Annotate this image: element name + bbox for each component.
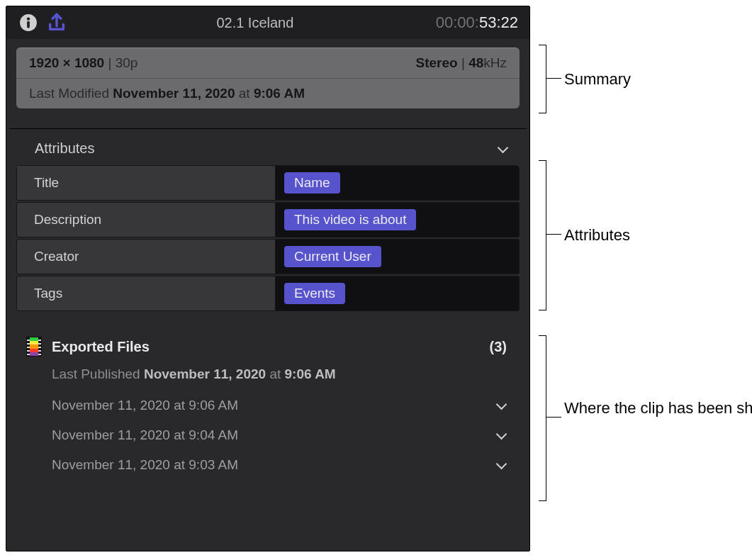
summary-card: 1920 × 1080 | 30p Stereo | 48kHz Last Mo… [16, 47, 520, 108]
attribute-value-cell[interactable]: Current User [275, 240, 519, 274]
inspector-header: 02.1 Iceland 00:00:53:22 [6, 6, 529, 39]
exported-file-row[interactable]: November 11, 2020 at 9:04 AM [16, 420, 520, 450]
summary-video-spec: 1920 × 1080 | 30p [29, 55, 138, 71]
attribute-label: Tags [17, 286, 275, 301]
attributes-heading: Attributes [35, 140, 94, 157]
callout-tick [546, 78, 561, 79]
attribute-value-cell[interactable]: This video is about [275, 203, 519, 237]
attribute-row-title: Title Name [16, 165, 520, 201]
exported-count: (3) [490, 339, 507, 355]
attribute-label: Title [17, 175, 275, 191]
attribute-token[interactable]: Name [284, 172, 340, 194]
chevron-down-icon [495, 459, 507, 471]
svg-rect-2 [27, 21, 30, 28]
exported-file-date: November 11, 2020 at 9:04 AM [52, 427, 238, 443]
summary-audio-spec: Stereo | 48kHz [415, 55, 507, 71]
attribute-row-tags: Tags Events [16, 276, 520, 311]
exported-heading: Exported Files [52, 339, 490, 355]
callout-bracket [539, 45, 546, 113]
timecode-dim: 00:00: [436, 13, 479, 31]
attribute-label: Description [17, 212, 275, 228]
summary-top-row: 1920 × 1080 | 30p Stereo | 48kHz [16, 48, 520, 78]
exported-file-row[interactable]: November 11, 2020 at 9:06 AM [16, 391, 520, 420]
attribute-token[interactable]: Events [284, 283, 345, 304]
attributes-heading-row[interactable]: Attributes [6, 129, 529, 165]
info-tab-icon[interactable] [18, 12, 39, 33]
callout-tick [546, 234, 561, 235]
film-strip-icon [26, 337, 42, 357]
share-tab-icon[interactable] [46, 12, 67, 33]
chevron-down-icon [495, 400, 507, 411]
chevron-down-icon [497, 143, 508, 155]
clip-title: 02.1 Iceland [74, 15, 436, 31]
share-inspector-panel: 02.1 Iceland 00:00:53:22 1920 × 1080 | 3… [6, 6, 530, 551]
callout-label-summary: Summary [564, 69, 631, 90]
attribute-value-cell[interactable]: Events [275, 276, 519, 310]
exported-file-row[interactable]: November 11, 2020 at 9:03 AM [16, 450, 520, 480]
attribute-row-creator: Creator Current User [16, 239, 520, 274]
callout-tick [546, 417, 561, 418]
attribute-label: Creator [17, 249, 275, 264]
attributes-list: Title Name Description This video is abo… [16, 165, 520, 313]
attribute-row-description: Description This video is about [16, 202, 520, 237]
callout-bracket [539, 160, 546, 310]
exported-last-published: Last Published November 11, 2020 at 9:06… [16, 361, 520, 391]
attribute-token[interactable]: This video is about [284, 209, 416, 230]
exported-file-date: November 11, 2020 at 9:06 AM [52, 398, 238, 413]
callout-label-attributes: Attributes [564, 225, 630, 246]
callout-label-shared: Where the clip has been shared [564, 398, 713, 419]
callout-bracket [539, 335, 546, 501]
timecode: 00:00:53:22 [436, 13, 518, 32]
exported-section: Exported Files (3) Last Published Novemb… [16, 337, 520, 480]
exported-file-date: November 11, 2020 at 9:03 AM [52, 457, 238, 473]
timecode-bright: 53:22 [479, 13, 518, 31]
svg-point-1 [27, 17, 30, 20]
summary-last-modified: Last Modified November 11, 2020 at 9:06 … [16, 79, 520, 108]
attribute-token[interactable]: Current User [284, 246, 381, 267]
attribute-value-cell[interactable]: Name [275, 166, 519, 200]
exported-heading-row: Exported Files (3) [16, 337, 520, 361]
chevron-down-icon [495, 430, 507, 441]
